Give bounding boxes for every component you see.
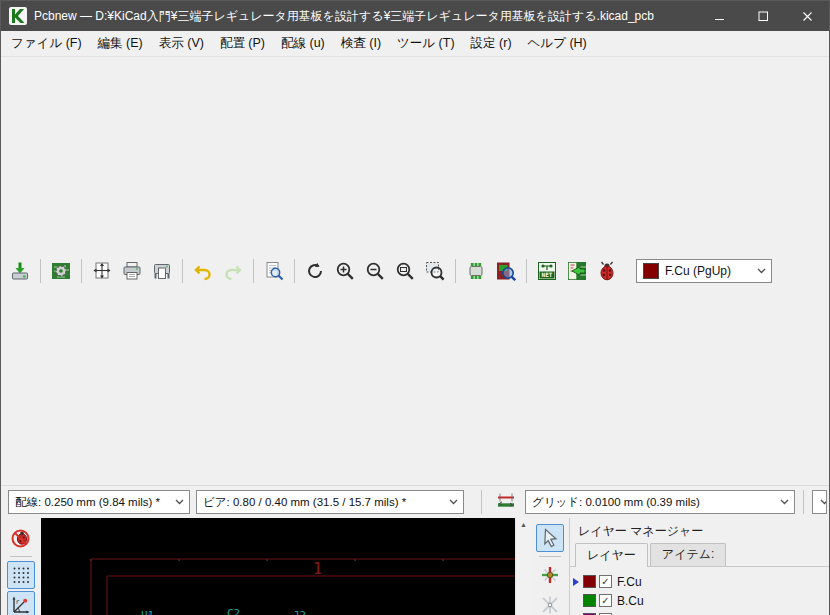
- drc-off-button[interactable]: [7, 524, 35, 552]
- sheet-column-label: 1: [313, 560, 322, 578]
- local-ratsnest-icon: [540, 595, 560, 615]
- layer-manager-tabs: レイヤー アイテム:: [570, 544, 829, 567]
- footprint-mode-button[interactable]: [462, 257, 490, 285]
- chevron-down-icon: [444, 499, 458, 505]
- toolbar-separator: [40, 259, 41, 283]
- grid-select-label: グリッド: 0.0100 mm (0.39 mils): [532, 495, 700, 510]
- layer-visibility-checkbox[interactable]: ✓: [599, 575, 612, 588]
- undo-button[interactable]: [189, 257, 217, 285]
- polar-coords-button[interactable]: r: [7, 591, 35, 615]
- refresh-button[interactable]: [301, 257, 329, 285]
- zoom-out-button[interactable]: [361, 257, 389, 285]
- u1-reference: U1: [141, 609, 154, 615]
- layer-row-b-cu[interactable]: ✓B.Cu: [573, 591, 829, 610]
- tab-layers[interactable]: レイヤー: [575, 543, 648, 567]
- toolbar-separator: [481, 490, 482, 514]
- netlist-icon: NET: [537, 261, 557, 281]
- menu-file[interactable]: ファイル (F): [3, 32, 90, 55]
- pcbnew-window: Pcbnew — D:¥KiCad入門¥三端子レギュレータ用基板を設計する¥三端…: [0, 0, 830, 615]
- grid-selector[interactable]: グリッド: 0.0100 mm (0.39 mils): [525, 490, 795, 514]
- canvas-column: 1 A: [41, 518, 515, 615]
- toolbar-separator: [539, 556, 561, 557]
- polar-coords-icon: r: [11, 595, 31, 615]
- highlight-net-button[interactable]: [536, 561, 564, 589]
- pcb-canvas[interactable]: 1 A: [41, 518, 515, 615]
- footprint-browser-icon: [496, 261, 516, 281]
- undo-icon: [193, 261, 213, 281]
- zoom-selection-button[interactable]: [421, 257, 449, 285]
- track-width-label: 配線: 0.250 mm (9.84 mils) *: [15, 495, 160, 510]
- save-icon: [10, 261, 30, 281]
- chevron-down-icon: [170, 499, 184, 505]
- svg-text:NET: NET: [542, 271, 553, 278]
- close-button[interactable]: [785, 1, 829, 31]
- grid-visibility-button[interactable]: [7, 561, 35, 589]
- drc-button[interactable]: [593, 257, 621, 285]
- pcb-drawing[interactable]: 1 A: [41, 518, 515, 615]
- find-icon: [264, 261, 284, 281]
- local-ratsnest-button[interactable]: [536, 591, 564, 615]
- toolbar-separator: [81, 259, 82, 283]
- toolbar-separator: [294, 259, 295, 283]
- print-icon: [122, 261, 142, 281]
- zoom-fit-icon: [395, 261, 415, 281]
- print-button[interactable]: [118, 257, 146, 285]
- layer-color-swatch[interactable]: [583, 575, 596, 588]
- zoom-in-button[interactable]: [331, 257, 359, 285]
- zoom-selection-icon: [425, 261, 445, 281]
- save-button[interactable]: [6, 257, 34, 285]
- menu-edit[interactable]: 編集 (E): [90, 32, 151, 55]
- find-button[interactable]: [260, 257, 288, 285]
- layer-visibility-checkbox[interactable]: ✓: [599, 594, 612, 607]
- menu-route[interactable]: 配線 (u): [273, 32, 333, 55]
- zoom-fit-button[interactable]: [391, 257, 419, 285]
- layer-row-f-cu[interactable]: ✓F.Cu: [573, 572, 829, 591]
- board-setup-icon: [51, 261, 71, 281]
- menu-inspect[interactable]: 検査 (I): [333, 32, 389, 55]
- page-settings-button[interactable]: [88, 257, 116, 285]
- track-width-selector[interactable]: 配線: 0.250 mm (9.84 mils) *: [8, 490, 190, 514]
- update-pcb-button[interactable]: [563, 257, 591, 285]
- menubar: ファイル (F)編集 (E)表示 (V)配置 (P)配線 (u)検査 (I)ツー…: [1, 31, 829, 56]
- track-via-dims-icon: [496, 492, 516, 512]
- footprint-browser-button[interactable]: [492, 257, 520, 285]
- layer-color-swatch[interactable]: [583, 594, 596, 607]
- chevron-down-icon: [815, 499, 827, 505]
- menu-help[interactable]: ヘルプ (H): [520, 32, 595, 55]
- scroll-up-arrow[interactable]: ▲: [516, 518, 531, 532]
- layer-selector[interactable]: F.Cu (PgUp): [636, 259, 772, 283]
- maximize-button[interactable]: [741, 1, 785, 31]
- netlist-button[interactable]: NET: [533, 257, 561, 285]
- redo-button[interactable]: [219, 257, 247, 285]
- board-setup-button[interactable]: [47, 257, 75, 285]
- layer-row-f-adhes[interactable]: ✓F.Adhes: [573, 610, 829, 615]
- layer-select-swatch: [643, 263, 659, 279]
- window-title: Pcbnew — D:¥KiCad入門¥三端子レギュレータ用基板を設計する¥三端…: [34, 8, 697, 25]
- menu-tools[interactable]: ツール (T): [389, 32, 463, 55]
- chevron-down-icon: [775, 499, 789, 505]
- layer-manager-title: レイヤー マネージャー: [570, 518, 829, 544]
- menu-preferences[interactable]: 設定 (r): [463, 32, 520, 55]
- titlebar: Pcbnew — D:¥KiCad入門¥三端子レギュレータ用基板を設計する¥三端…: [1, 1, 829, 31]
- zoom-selector[interactable]: [812, 490, 827, 514]
- tab-items[interactable]: アイテム:: [650, 543, 726, 566]
- toolbar-separator: [803, 490, 804, 514]
- j2-reference: J2: [293, 609, 306, 615]
- drc-icon: [597, 261, 617, 281]
- track-via-dims-button[interactable]: [492, 488, 520, 516]
- minimize-button[interactable]: [697, 1, 741, 31]
- grid-visibility-icon: [11, 565, 31, 585]
- aux-toolbar: 配線: 0.250 mm (9.84 mils) * ビア: 0.80 / 0.…: [1, 485, 829, 518]
- menu-view[interactable]: 表示 (V): [151, 32, 212, 55]
- toolbar-separator: [10, 556, 32, 557]
- select-tool-button[interactable]: [536, 524, 564, 552]
- left-options-toolbar: rinmm: [1, 518, 41, 615]
- vertical-scrollbar[interactable]: ▲ ▼: [515, 518, 531, 615]
- highlight-net-icon: [540, 565, 560, 585]
- drc-off-icon: [11, 528, 31, 548]
- plot-button[interactable]: [148, 257, 176, 285]
- page-settings-icon: [92, 261, 112, 281]
- layer-manager-panel: レイヤー マネージャー レイヤー アイテム: ✓F.Cu✓B.Cu✓F.Adhe…: [569, 518, 829, 615]
- menu-place[interactable]: 配置 (P): [212, 32, 273, 55]
- via-size-selector[interactable]: ビア: 0.80 / 0.40 mm (31.5 / 15.7 mils) *: [196, 490, 464, 514]
